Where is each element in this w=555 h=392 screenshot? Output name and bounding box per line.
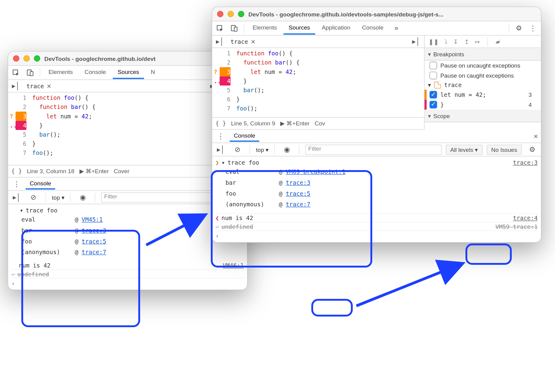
more-tabs-icon[interactable]: ▸│: [410, 36, 422, 47]
step-out-icon[interactable]: ↥: [464, 38, 469, 45]
prompt-icon[interactable]: ›: [11, 280, 15, 287]
minimize-window-icon[interactable]: [23, 55, 30, 62]
code-lines[interactable]: function foo() { function bar() { let nu…: [29, 93, 99, 158]
source-link[interactable]: trace:3: [513, 159, 538, 166]
coverage-label[interactable]: Cov: [315, 120, 325, 127]
inspect-icon[interactable]: [214, 23, 226, 34]
breakpoint-file[interactable]: trace: [444, 82, 462, 89]
zoom-window-icon[interactable]: [238, 11, 244, 17]
no-issues-button[interactable]: No Issues: [486, 145, 521, 155]
gear-icon[interactable]: ⚙: [513, 23, 525, 34]
sidebar-toggle-icon[interactable]: ▸│: [215, 144, 227, 155]
more-tabs-icon[interactable]: »: [390, 23, 403, 34]
source-link[interactable]: trace:5: [286, 190, 310, 197]
sidebar-toggle-icon[interactable]: ▸│: [10, 81, 22, 92]
breakpoint-checkbox[interactable]: [430, 91, 437, 99]
source-link[interactable]: trace:3: [82, 227, 106, 234]
chevron-down-icon[interactable]: ▾: [428, 112, 431, 119]
console-output[interactable]: ▾ trace foo eval@ VM45:1 bar@ trace:3 fo…: [8, 204, 247, 290]
sidebar-toggle-icon[interactable]: ▸│: [11, 192, 23, 203]
deactivate-breakpoints-icon[interactable]: ▰⟋: [496, 38, 500, 45]
step-over-icon[interactable]: ⤵: [444, 38, 447, 45]
debugger-sidebar: ❚❚ ⤵ ↧ ↥ ↦ ▰⟋ ▾Breakpoints Pause on unca…: [424, 36, 541, 130]
console-output[interactable]: ❯ ▾ trace foo trace:3 eval@ VM69 breakpo…: [212, 156, 541, 242]
filter-input[interactable]: Filter: [305, 145, 441, 155]
tab-console[interactable]: Console: [80, 66, 111, 79]
eye-icon[interactable]: ◉: [77, 192, 89, 203]
close-window-icon[interactable]: [217, 11, 224, 17]
breakpoint-line: 3: [528, 91, 536, 98]
drawer-tab-console[interactable]: Console: [230, 131, 260, 142]
traffic-lights: [13, 55, 40, 62]
svg-rect-2: [30, 71, 33, 75]
pause-caught-label: Pause on caught exceptions: [440, 72, 514, 79]
file-tab-label[interactable]: trace: [231, 38, 248, 45]
source-link[interactable]: VM45:1: [82, 216, 103, 223]
step-into-icon[interactable]: ↧: [453, 38, 458, 45]
panel-breakpoints[interactable]: Breakpoints: [433, 51, 464, 58]
tab-console[interactable]: Console: [357, 22, 388, 34]
svg-rect-5: [234, 27, 237, 31]
chevron-down-icon[interactable]: ▾: [20, 207, 23, 214]
sidebar-toggle-icon[interactable]: ▸│: [214, 36, 226, 47]
source-link[interactable]: VM46:1: [223, 262, 244, 269]
kebab-icon[interactable]: ⋮: [527, 23, 539, 34]
eye-icon[interactable]: ◉: [281, 144, 293, 155]
source-link[interactable]: trace:5: [82, 238, 106, 245]
tab-sources[interactable]: Sources: [113, 66, 144, 79]
kebab-icon[interactable]: ⋮: [11, 179, 23, 190]
file-tab-bar: ▸│ trace ✕ ▸│: [212, 36, 424, 48]
tab-elements[interactable]: Elements: [44, 66, 78, 79]
prompt-icon[interactable]: ›: [215, 233, 219, 240]
code-lines[interactable]: function foo() { function bar() { let nu…: [233, 48, 303, 114]
file-tab-label[interactable]: trace: [27, 82, 44, 89]
kebab-icon[interactable]: ⋮: [215, 131, 227, 142]
tab-elements[interactable]: Elements: [248, 22, 282, 34]
close-drawer-icon[interactable]: ✕: [533, 133, 538, 139]
line-gutter: 1 2 ?3 ..4 5 6 7: [219, 48, 233, 114]
context-selector[interactable]: top ▾: [52, 194, 65, 201]
source-link[interactable]: trace:7: [82, 249, 106, 255]
coverage-label[interactable]: Cover: [114, 168, 129, 175]
step-icon[interactable]: ↦: [475, 38, 480, 45]
gear-icon[interactable]: ⚙: [526, 144, 539, 155]
chevron-down-icon[interactable]: ▾: [428, 82, 431, 89]
zoom-window-icon[interactable]: [34, 55, 40, 62]
source-link[interactable]: trace:7: [286, 201, 310, 208]
output-icon: ❯: [215, 215, 219, 222]
caught-checkbox[interactable]: [430, 72, 437, 79]
svg-line-7: [356, 263, 463, 306]
minimize-window-icon[interactable]: [228, 11, 234, 17]
clear-console-icon[interactable]: ⊘: [231, 144, 244, 155]
breakpoint-code[interactable]: let num = 42;: [440, 91, 486, 98]
close-tab-icon[interactable]: ✕: [47, 82, 51, 89]
log-levels-selector[interactable]: All levels ▾: [446, 145, 483, 155]
close-tab-icon[interactable]: ✕: [251, 38, 256, 45]
tab-application[interactable]: Application: [317, 22, 355, 34]
source-link[interactable]: trace:3: [286, 179, 310, 186]
source-link[interactable]: VM69 breakpoint:1: [286, 169, 345, 175]
context-selector[interactable]: top ▾: [256, 146, 269, 153]
close-window-icon[interactable]: [13, 55, 19, 62]
code-editor[interactable]: 1 2 ?3 ..4 5 6 7 function foo() { functi…: [8, 93, 222, 158]
pretty-print-icon[interactable]: { }: [215, 120, 226, 127]
chevron-down-icon[interactable]: ▾: [428, 51, 431, 58]
device-icon[interactable]: [228, 23, 240, 34]
breakpoint-code[interactable]: }: [440, 101, 444, 108]
breakpoint-checkbox[interactable]: [430, 101, 437, 109]
code-editor[interactable]: 1 2 ?3 ..4 5 6 7 function foo() { functi…: [212, 48, 424, 114]
tab-sources[interactable]: Sources: [284, 22, 315, 34]
source-link[interactable]: trace:4: [513, 215, 538, 222]
clear-console-icon[interactable]: ⊘: [27, 192, 40, 203]
pause-icon[interactable]: ❚❚: [429, 38, 439, 45]
chevron-down-icon[interactable]: ▾: [221, 159, 225, 166]
uncaught-checkbox[interactable]: [430, 62, 437, 69]
pretty-print-icon[interactable]: { }: [11, 168, 22, 175]
source-link[interactable]: VM59 trace:1: [495, 223, 538, 230]
drawer-tab-console[interactable]: Console: [26, 178, 55, 190]
tab-more-truncated[interactable]: N: [146, 66, 156, 79]
panel-scope[interactable]: Scope: [433, 112, 450, 119]
drawer-tab-bar: ⋮ Console ✕: [212, 130, 541, 143]
device-icon[interactable]: [24, 67, 36, 78]
inspect-icon[interactable]: [10, 67, 22, 78]
